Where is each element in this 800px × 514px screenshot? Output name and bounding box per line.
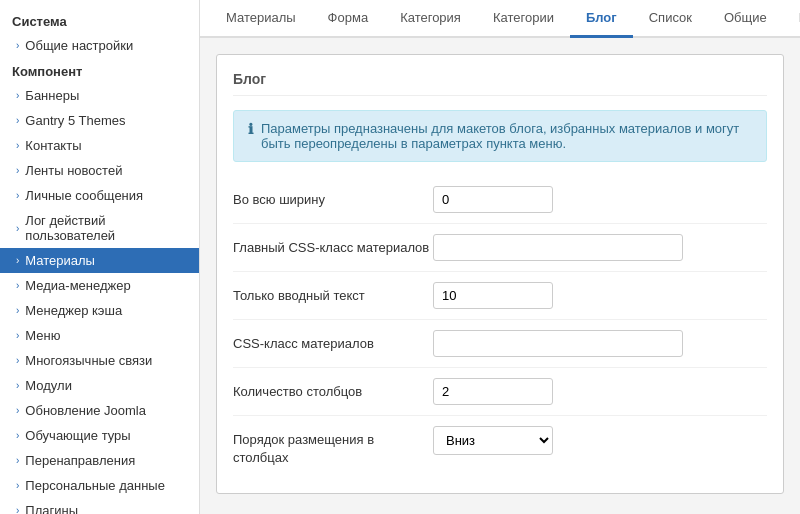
tab-форма[interactable]: Форма xyxy=(312,0,385,38)
sidebar-item-label: Обновление Joomla xyxy=(25,403,146,418)
info-box: ℹ Параметры предназначены для макетов бл… xyxy=(233,110,767,162)
form-control: Вниз xyxy=(433,426,767,455)
sidebar-item[interactable]: ›Лог действий пользователей xyxy=(0,208,199,248)
sidebar-item[interactable]: ›Медиа-менеджер xyxy=(0,273,199,298)
form-input-количество-столбцов[interactable] xyxy=(433,378,553,405)
sidebar-item-label: Меню xyxy=(25,328,60,343)
tab-категории[interactable]: Категории xyxy=(477,0,570,38)
sidebar-item[interactable]: ›Модули xyxy=(0,373,199,398)
sidebar-item[interactable]: ›Баннеры xyxy=(0,83,199,108)
form-control xyxy=(433,378,767,405)
form-control xyxy=(433,282,767,309)
sidebar-item-label: Баннеры xyxy=(25,88,79,103)
chevron-icon: › xyxy=(16,405,19,416)
sidebar-item-label: Лог действий пользователей xyxy=(25,213,187,243)
sidebar-item-label: Gantry 5 Themes xyxy=(25,113,125,128)
sidebar-item-label: Плагины xyxy=(25,503,78,514)
tab-категория[interactable]: Категория xyxy=(384,0,477,38)
tab-общие[interactable]: Общие xyxy=(708,0,783,38)
chevron-icon: › xyxy=(16,90,19,101)
info-text: Параметры предназначены для макетов блог… xyxy=(261,121,752,151)
sidebar-item[interactable]: ›Многоязычные связи xyxy=(0,348,199,373)
form-label: Порядок размещения в столбцах xyxy=(233,426,433,467)
form-control xyxy=(433,234,767,261)
tab-список[interactable]: Список xyxy=(633,0,708,38)
sidebar-section-header: Система xyxy=(0,8,199,33)
sidebar-item-label: Многоязычные связи xyxy=(25,353,152,368)
sidebar-item-label: Менеджер кэша xyxy=(25,303,122,318)
chevron-icon: › xyxy=(16,480,19,491)
sidebar-item[interactable]: ›Плагины xyxy=(0,498,199,514)
sidebar-item-label: Материалы xyxy=(25,253,95,268)
form-row: Количество столбцов xyxy=(233,368,767,416)
sidebar-item-label: Общие настройки xyxy=(25,38,133,53)
form-row: Порядок размещения в столбцахВниз xyxy=(233,416,767,477)
section-title: Блог xyxy=(233,71,767,96)
chevron-icon: › xyxy=(16,255,19,266)
sidebar-item-label: Ленты новостей xyxy=(25,163,122,178)
chevron-icon: › xyxy=(16,380,19,391)
chevron-icon: › xyxy=(16,190,19,201)
sidebar-item-label: Контакты xyxy=(25,138,81,153)
sidebar: Система›Общие настройкиКомпонент›Баннеры… xyxy=(0,0,200,514)
sidebar-item[interactable]: ›Ленты новостей xyxy=(0,158,199,183)
tab-инт[interactable]: Инт xyxy=(783,0,800,38)
form-control xyxy=(433,186,767,213)
sidebar-item-label: Личные сообщения xyxy=(25,188,143,203)
form-input-css-класс-материалов[interactable] xyxy=(433,330,683,357)
chevron-icon: › xyxy=(16,505,19,514)
form-label: Главный CSS-класс материалов xyxy=(233,234,433,257)
form-label: Только вводный текст xyxy=(233,282,433,305)
sidebar-section-header: Компонент xyxy=(0,58,199,83)
chevron-icon: › xyxy=(16,165,19,176)
sidebar-item-label: Персональные данные xyxy=(25,478,165,493)
sidebar-item[interactable]: ›Личные сообщения xyxy=(0,183,199,208)
form-row: Главный CSS-класс материалов xyxy=(233,224,767,272)
tab-материалы[interactable]: Материалы xyxy=(210,0,312,38)
sidebar-item-label: Обучающие туры xyxy=(25,428,130,443)
main-content: МатериалыФормаКатегорияКатегорииБлогСпис… xyxy=(200,0,800,514)
form-fields: Во всю ширинуГлавный CSS-класс материало… xyxy=(233,176,767,477)
sidebar-item[interactable]: ›Перенаправления xyxy=(0,448,199,473)
blog-section: Блог ℹ Параметры предназначены для макет… xyxy=(216,54,784,494)
sidebar-item[interactable]: ›Общие настройки xyxy=(0,33,199,58)
tab-блог[interactable]: Блог xyxy=(570,0,633,38)
form-label: Во всю ширину xyxy=(233,186,433,209)
form-input-во-всю-ширину[interactable] xyxy=(433,186,553,213)
sidebar-item[interactable]: ›Обновление Joomla xyxy=(0,398,199,423)
chevron-icon: › xyxy=(16,115,19,126)
chevron-icon: › xyxy=(16,355,19,366)
sidebar-item[interactable]: ›Gantry 5 Themes xyxy=(0,108,199,133)
chevron-icon: › xyxy=(16,223,19,234)
form-select-порядок-размещения-в-столбцах[interactable]: Вниз xyxy=(433,426,553,455)
sidebar-item[interactable]: ›Контакты xyxy=(0,133,199,158)
form-control xyxy=(433,330,767,357)
sidebar-item[interactable]: ›Меню xyxy=(0,323,199,348)
form-input-только-вводный-текст[interactable] xyxy=(433,282,553,309)
form-row: CSS-класс материалов xyxy=(233,320,767,368)
content-area: Блог ℹ Параметры предназначены для макет… xyxy=(200,38,800,514)
chevron-icon: › xyxy=(16,280,19,291)
sidebar-item[interactable]: ›Материалы xyxy=(0,248,199,273)
form-row: Во всю ширину xyxy=(233,176,767,224)
sidebar-item-label: Медиа-менеджер xyxy=(25,278,130,293)
chevron-icon: › xyxy=(16,305,19,316)
sidebar-item-label: Модули xyxy=(25,378,72,393)
tabs-bar: МатериалыФормаКатегорияКатегорииБлогСпис… xyxy=(200,0,800,38)
sidebar-item[interactable]: ›Персональные данные xyxy=(0,473,199,498)
sidebar-item[interactable]: ›Менеджер кэша xyxy=(0,298,199,323)
chevron-icon: › xyxy=(16,455,19,466)
sidebar-item-label: Перенаправления xyxy=(25,453,135,468)
chevron-icon: › xyxy=(16,140,19,151)
chevron-icon: › xyxy=(16,40,19,51)
info-icon: ℹ xyxy=(248,121,253,137)
sidebar-item[interactable]: ›Обучающие туры xyxy=(0,423,199,448)
form-label: CSS-класс материалов xyxy=(233,330,433,353)
form-row: Только вводный текст xyxy=(233,272,767,320)
form-label: Количество столбцов xyxy=(233,378,433,401)
chevron-icon: › xyxy=(16,330,19,341)
chevron-icon: › xyxy=(16,430,19,441)
form-input-главный-css-класс-материалов[interactable] xyxy=(433,234,683,261)
